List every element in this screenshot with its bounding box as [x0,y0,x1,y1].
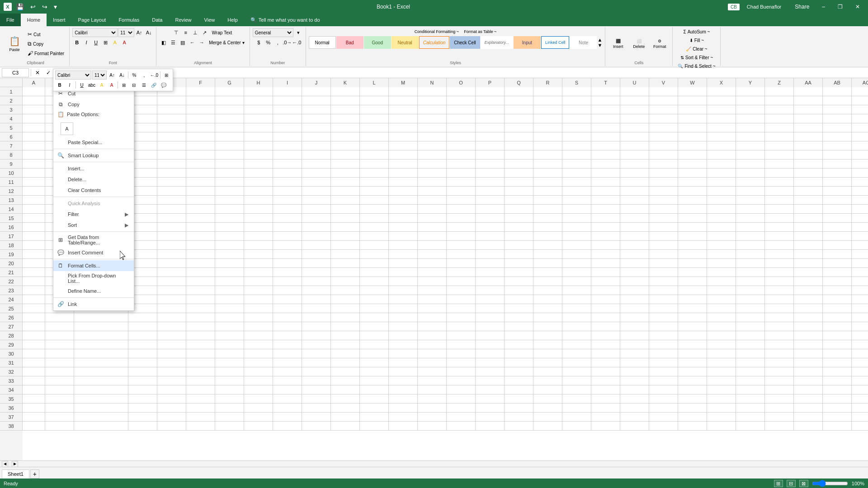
cell-E7[interactable] [157,141,186,150]
cell-AA15[interactable] [794,214,823,223]
clear-button[interactable]: 🧹 Clear ~ [684,45,710,53]
cell-O1[interactable] [447,87,476,96]
cell-D31[interactable] [128,358,157,367]
col-header-L[interactable]: L [360,78,389,87]
cell-Q12[interactable] [505,187,533,196]
cell-P4[interactable] [476,114,505,123]
cell-Z12[interactable] [765,187,794,196]
cell-L22[interactable] [360,277,389,286]
cell-AC30[interactable] [852,349,868,358]
cell-P1[interactable] [476,87,505,96]
cell-S16[interactable] [562,223,591,232]
cell-V13[interactable] [649,196,678,205]
cell-V7[interactable] [649,141,678,150]
decrease-indent-button[interactable]: ← [188,38,197,47]
cell-O18[interactable] [447,241,476,250]
cell-T27[interactable] [591,322,620,331]
number-format-btn[interactable]: ▾ [294,28,303,37]
cell-Z25[interactable] [765,304,794,313]
cell-I25[interactable] [273,304,302,313]
mini-center[interactable]: ☰ [139,80,148,89]
cell-D28[interactable] [128,331,157,340]
cell-X20[interactable] [707,259,736,268]
mini-table[interactable]: ⊞ [162,70,171,80]
cell-N15[interactable] [418,214,447,223]
cell-H20[interactable] [244,259,273,268]
cell-N34[interactable] [418,385,447,394]
cell-W13[interactable] [678,196,707,205]
cell-G25[interactable] [215,304,244,313]
cell-E9[interactable] [157,160,186,169]
cell-E33[interactable] [157,376,186,385]
cell-Y12[interactable] [736,187,765,196]
orientation-button[interactable]: ↗ [200,28,209,37]
col-header-I[interactable]: I [273,78,302,87]
cell-X8[interactable] [707,150,736,160]
cell-P28[interactable] [476,331,505,340]
cell-W32[interactable] [678,367,707,376]
cell-I14[interactable] [273,205,302,214]
cell-B29[interactable] [45,340,74,349]
cell-E16[interactable] [157,223,186,232]
cell-F27[interactable] [186,322,215,331]
cell-A30[interactable] [23,349,45,358]
cell-J35[interactable] [302,394,331,404]
close-button[interactable]: ✕ [851,2,864,12]
customize-qat-button[interactable]: ▾ [52,2,59,11]
cell-C35[interactable] [74,394,128,404]
cell-Y23[interactable] [736,286,765,295]
cell-F38[interactable] [186,422,215,431]
cell-N26[interactable] [418,313,447,322]
cell-B38[interactable] [45,422,74,431]
cell-J15[interactable] [302,214,331,223]
cell-F25[interactable] [186,304,215,313]
cell-S17[interactable] [562,232,591,241]
cell-AA2[interactable] [794,96,823,105]
cell-T15[interactable] [591,214,620,223]
cell-Z10[interactable] [765,169,794,178]
cell-N31[interactable] [418,358,447,367]
cell-L15[interactable] [360,214,389,223]
cell-Y20[interactable] [736,259,765,268]
cell-M10[interactable] [389,169,418,178]
cell-D35[interactable] [128,394,157,404]
cell-I27[interactable] [273,322,302,331]
cell-S36[interactable] [562,404,591,413]
cell-K32[interactable] [331,367,360,376]
cell-U27[interactable] [620,322,649,331]
cell-U34[interactable] [620,385,649,394]
cell-K29[interactable] [331,340,360,349]
cell-Q30[interactable] [505,349,533,358]
font-color-button[interactable]: A [120,38,129,47]
row-header-33[interactable]: 33 [0,376,23,385]
cell-U31[interactable] [620,358,649,367]
cell-S3[interactable] [562,105,591,114]
row-header-11[interactable]: 11 [0,178,23,187]
cell-O9[interactable] [447,160,476,169]
cell-R7[interactable] [533,141,562,150]
cell-N1[interactable] [418,87,447,96]
format-as-table-button[interactable]: Format as Table ~ [462,28,499,35]
cell-AB28[interactable] [823,331,852,340]
cell-AA30[interactable] [794,349,823,358]
row-header-10[interactable]: 10 [0,169,23,178]
cell-AB31[interactable] [823,358,852,367]
cell-E30[interactable] [157,349,186,358]
cell-E14[interactable] [157,205,186,214]
cell-W5[interactable] [678,123,707,132]
tab-review[interactable]: Review [169,14,198,26]
mini-font-select[interactable]: Calibri [55,70,91,80]
cell-X32[interactable] [707,367,736,376]
cell-V2[interactable] [649,96,678,105]
cell-A5[interactable] [23,123,45,132]
cell-X7[interactable] [707,141,736,150]
cell-F30[interactable] [186,349,215,358]
cell-Y3[interactable] [736,105,765,114]
cell-X2[interactable] [707,96,736,105]
cell-N27[interactable] [418,322,447,331]
cell-R6[interactable] [533,132,562,141]
undo-button[interactable]: ↩ [28,2,38,11]
cell-M20[interactable] [389,259,418,268]
align-right-button[interactable]: ▤ [178,38,187,47]
cell-T23[interactable] [591,286,620,295]
